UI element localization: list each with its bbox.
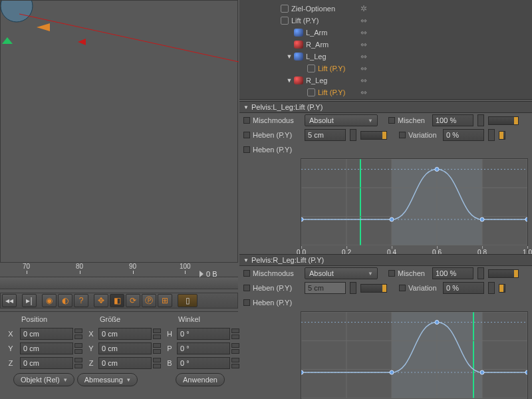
spinner[interactable] bbox=[350, 282, 356, 294]
heben-value-field[interactable]: 5 cm bbox=[305, 282, 346, 294]
motion-tag-icon[interactable]: ⇔ bbox=[360, 64, 367, 73]
spinner[interactable] bbox=[488, 282, 495, 294]
pos-x-field[interactable]: 0 cm bbox=[20, 328, 73, 340]
section-header[interactable]: Pelvis:R_Leg:Lift (P.Y) bbox=[239, 254, 532, 266]
heben-slider[interactable] bbox=[360, 131, 387, 140]
pla-tool-button[interactable]: ⊞ bbox=[158, 294, 172, 307]
keyoptions-button[interactable]: ? bbox=[74, 294, 88, 307]
motion-tag-icon[interactable]: ⇔ bbox=[360, 16, 367, 25]
pos-y-field[interactable]: 0 cm bbox=[20, 342, 73, 354]
hierarchy-item[interactable]: ▼L_Leg⇔ bbox=[239, 51, 532, 63]
animate-toggle[interactable] bbox=[243, 117, 250, 124]
variation-value-field[interactable]: 0 % bbox=[443, 282, 484, 294]
size-mode-dropdown[interactable]: Abmessung bbox=[77, 373, 138, 386]
hierarchy-label: R_Leg bbox=[306, 76, 327, 84]
hierarchy-item[interactable]: Ziel-Optionen✲ bbox=[239, 3, 532, 15]
coordinates-panel: Position Größe Winkel X 0 cm X 0 cm H 0 … bbox=[0, 311, 238, 399]
apply-button[interactable]: Anwenden bbox=[176, 373, 225, 386]
null-icon bbox=[281, 17, 289, 25]
mix-slider[interactable] bbox=[488, 116, 519, 125]
animate-toggle[interactable] bbox=[399, 132, 406, 138]
spinner[interactable] bbox=[477, 267, 484, 279]
spinner[interactable] bbox=[153, 328, 161, 340]
table-row: Y 0 cm Y 0 cm P 0 ° bbox=[0, 341, 238, 356]
hierarchy-item[interactable]: Lift (P.Y)⇔ bbox=[239, 15, 532, 27]
angle-h-field[interactable]: 0 ° bbox=[177, 328, 230, 340]
hierarchy-item[interactable]: Lift (P.Y)⇔ bbox=[239, 86, 532, 98]
animate-toggle[interactable] bbox=[243, 270, 250, 277]
heben-slider[interactable] bbox=[360, 284, 387, 293]
pos-z-field[interactable]: 0 cm bbox=[20, 357, 73, 369]
angle-b-field[interactable]: 0 ° bbox=[177, 357, 230, 369]
variation-slider[interactable] bbox=[499, 284, 505, 293]
hierarchy-item[interactable]: ▼R_Leg⇔ bbox=[239, 74, 532, 86]
render-button[interactable]: ▯ bbox=[178, 294, 198, 307]
object-hierarchy[interactable]: Ziel-Optionen✲Lift (P.Y)⇔L_Arm⇔R_Arm⇔▼L_… bbox=[239, 0, 532, 100]
hierarchy-item[interactable]: Lift (P.Y)⇔ bbox=[239, 63, 532, 74]
frame-indicator: 0 B bbox=[200, 270, 217, 278]
motion-tag-icon[interactable]: ⇔ bbox=[360, 52, 367, 61]
animate-toggle[interactable] bbox=[388, 270, 395, 277]
toolbar: ◂◂ ▸| ◉ ◐ ? ✥ ◧ ⟳ Ⓟ ⊞ ▯ bbox=[0, 293, 238, 309]
spinner[interactable] bbox=[74, 357, 82, 369]
timeline-track[interactable] bbox=[0, 277, 238, 289]
heben-value-field[interactable]: 5 cm bbox=[305, 129, 346, 141]
size-z-field[interactable]: 0 cm bbox=[98, 357, 152, 369]
motion-tag-icon[interactable]: ⇔ bbox=[360, 28, 367, 37]
mix-value-field[interactable]: 100 % bbox=[432, 114, 473, 126]
move-tool-button[interactable]: ✥ bbox=[94, 294, 108, 307]
animate-toggle[interactable] bbox=[243, 132, 250, 138]
gear-icon[interactable]: ✲ bbox=[360, 4, 367, 13]
param-tool-button[interactable]: Ⓟ bbox=[142, 294, 156, 307]
motion-tag-icon[interactable]: ⇔ bbox=[360, 40, 367, 49]
prev-key-button[interactable]: ◂◂ bbox=[2, 294, 17, 307]
joint-icon bbox=[294, 53, 303, 61]
scale-tool-button[interactable]: ◧ bbox=[110, 294, 124, 307]
curve-graph-l[interactable]: 0.00.20.40.60.81.0 bbox=[301, 158, 528, 258]
motion-tag-icon[interactable]: ⇔ bbox=[360, 76, 367, 85]
spinner[interactable] bbox=[153, 357, 161, 369]
animate-toggle[interactable] bbox=[388, 117, 395, 124]
joint-icon bbox=[294, 41, 303, 49]
animate-toggle[interactable] bbox=[243, 285, 250, 291]
curve-graph-r[interactable]: 0.00.20.40.60.81.0 bbox=[301, 311, 528, 399]
size-x-field[interactable]: 0 cm bbox=[98, 328, 152, 340]
ruler-tick: 80 bbox=[76, 263, 83, 270]
hierarchy-item[interactable]: L_Arm⇔ bbox=[239, 27, 532, 39]
rotate-tool-button[interactable]: ⟳ bbox=[126, 294, 140, 307]
angle-p-field[interactable]: 0 ° bbox=[177, 342, 230, 354]
spinner[interactable] bbox=[231, 357, 239, 369]
spinner[interactable] bbox=[153, 342, 161, 354]
size-y-field[interactable]: 0 cm bbox=[98, 342, 152, 354]
section-header[interactable]: Pelvis:L_Leg:Lift (P.Y) bbox=[239, 101, 532, 113]
mix-value-field[interactable]: 100 % bbox=[432, 267, 473, 279]
spinner[interactable] bbox=[74, 342, 82, 354]
coord-mode-dropdown[interactable]: Objekt (Rel) bbox=[13, 373, 74, 386]
hierarchy-label: Lift (P.Y) bbox=[318, 65, 345, 72]
animate-toggle[interactable] bbox=[243, 146, 250, 153]
hierarchy-label: L_Leg bbox=[306, 53, 327, 61]
spinner[interactable] bbox=[488, 129, 495, 141]
mixmode-dropdown[interactable]: Absolut bbox=[305, 114, 378, 126]
spinner[interactable] bbox=[74, 328, 82, 340]
record-button[interactable]: ◉ bbox=[42, 294, 57, 307]
variation-slider[interactable] bbox=[499, 131, 505, 140]
mixmode-dropdown[interactable]: Absolut bbox=[305, 267, 378, 279]
autokey-button[interactable]: ◐ bbox=[58, 294, 72, 307]
animate-toggle[interactable] bbox=[399, 285, 406, 291]
spinner[interactable] bbox=[231, 342, 239, 354]
lift-panel-l-leg: Pelvis:L_Leg:Lift (P.Y) Mischmodus Absol… bbox=[239, 101, 532, 254]
next-key-button[interactable]: ▸| bbox=[22, 294, 37, 307]
spinner[interactable] bbox=[350, 129, 356, 141]
variation-value-field[interactable]: 0 % bbox=[443, 129, 484, 141]
lift-panel-r-leg: Pelvis:R_Leg:Lift (P.Y) Mischmodus Absol… bbox=[239, 254, 532, 399]
motion-tag-icon[interactable]: ⇔ bbox=[360, 88, 367, 97]
joint-icon bbox=[294, 29, 303, 37]
animate-toggle[interactable] bbox=[243, 299, 250, 306]
null-icon bbox=[307, 65, 315, 72]
spinner[interactable] bbox=[231, 328, 239, 340]
hierarchy-item[interactable]: R_Arm⇔ bbox=[239, 39, 532, 51]
mix-slider[interactable] bbox=[488, 269, 519, 278]
spinner[interactable] bbox=[477, 114, 484, 126]
viewport-3d[interactable] bbox=[0, 0, 238, 263]
